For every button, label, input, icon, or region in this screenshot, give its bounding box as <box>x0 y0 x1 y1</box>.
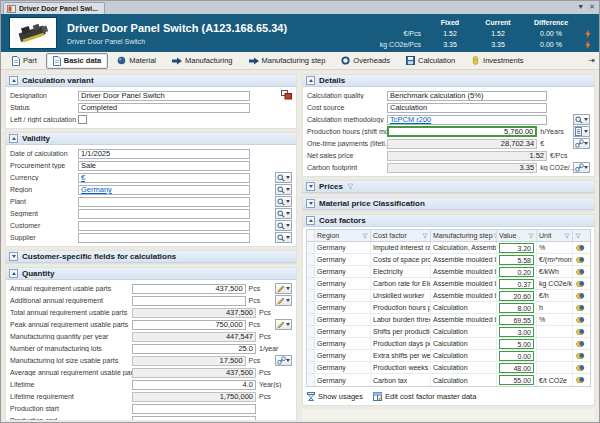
table-row[interactable]: GermanyProduction days perCalculation5.0… <box>307 338 590 350</box>
toolbar-overflow-icon[interactable]: ⇥ <box>588 56 595 65</box>
usage-icon[interactable] <box>576 280 586 288</box>
additional-requirement-input[interactable] <box>132 296 246 306</box>
pin-icon[interactable]: ▼ <box>577 2 584 12</box>
table-row[interactable]: GermanyCarbon rate for ElectriAssemble m… <box>307 278 590 290</box>
plant-lookup-button[interactable] <box>275 196 292 207</box>
tab-manufacturing-step[interactable]: Manufacturing step <box>242 53 333 68</box>
table-row[interactable]: GermanyProduction hours perCalculation8.… <box>307 302 590 314</box>
segment-lookup-button[interactable] <box>275 208 292 219</box>
translations-icon[interactable] <box>281 90 292 102</box>
table-row[interactable]: GermanyCosts of space produAssemble moul… <box>307 254 590 266</box>
carbon-footprint-link-button[interactable] <box>573 162 590 173</box>
show-usages-button[interactable]: Show usages <box>307 392 363 401</box>
usage-icon[interactable] <box>576 328 586 336</box>
expand-icon[interactable] <box>9 252 18 261</box>
document-tab[interactable]: Driver Door Panel Swi... <box>3 2 105 14</box>
peak-requirement-edit-button[interactable] <box>275 319 292 330</box>
production-end-input[interactable] <box>132 416 256 421</box>
material-price-classification-header[interactable]: Material price Classification <box>303 198 594 210</box>
tab-material[interactable]: Material <box>110 53 163 68</box>
edit-cost-factor-master-data-button[interactable]: Edit cost factor master data <box>373 392 476 401</box>
usage-icon[interactable] <box>576 256 586 264</box>
customer-lookup-button[interactable] <box>275 220 292 231</box>
region-field[interactable]: Germany <box>78 185 250 195</box>
table-row[interactable]: GermanyUnskilled workerAssemble moulded … <box>307 290 590 302</box>
filter-icon[interactable] <box>575 233 581 239</box>
usage-icon[interactable] <box>576 340 586 348</box>
peak-annual-requirement-input[interactable] <box>132 320 246 330</box>
usage-icon[interactable] <box>576 292 586 300</box>
value-cell[interactable]: 3.20 <box>499 243 534 253</box>
currency-field[interactable]: € <box>78 173 250 183</box>
tab-overheads[interactable]: Overheads <box>334 53 397 68</box>
manufacturing-lots-input[interactable] <box>132 344 256 354</box>
customer-input[interactable] <box>78 221 250 231</box>
filter-icon[interactable] <box>347 183 354 190</box>
tab-basic-data[interactable]: Basic data <box>46 53 109 69</box>
value-cell[interactable]: 0.37 <box>499 279 534 289</box>
value-cell[interactable]: 55.00 <box>499 375 534 385</box>
collapse-icon[interactable] <box>306 76 315 85</box>
currency-link[interactable]: € <box>81 173 85 182</box>
table-row[interactable]: GermanyElectricityAssemble moulded lead … <box>307 266 590 278</box>
filter-icon[interactable] <box>362 233 368 239</box>
collapse-icon[interactable] <box>306 216 315 225</box>
usage-icon[interactable] <box>576 352 586 360</box>
usage-icon[interactable] <box>576 316 586 324</box>
tab-part[interactable]: Part <box>5 53 44 69</box>
value-cell[interactable]: 5.58 <box>499 255 534 265</box>
supplier-input[interactable] <box>78 233 250 243</box>
calculation-variant-header[interactable]: Calculation variant <box>6 75 296 87</box>
date-of-calculation-input[interactable] <box>78 149 250 159</box>
close-icon[interactable]: ✕ <box>589 2 595 12</box>
table-row[interactable]: GermanyProduction weeks perCalculation48… <box>307 362 590 374</box>
value-cell[interactable]: 8.00 <box>499 303 534 313</box>
validity-header[interactable]: Validity <box>6 133 296 145</box>
calculation-quality-input[interactable] <box>387 91 547 101</box>
currency-lookup-button[interactable] <box>275 172 292 183</box>
collapse-icon[interactable] <box>9 134 18 143</box>
collapse-icon[interactable] <box>9 269 18 278</box>
annual-requirement-edit-button[interactable] <box>275 283 292 294</box>
usage-icon[interactable] <box>576 304 586 312</box>
usage-icon[interactable] <box>576 376 586 384</box>
expand-icon[interactable] <box>306 182 315 191</box>
table-row[interactable]: GermanyImputed interest rateCalculation,… <box>307 242 590 254</box>
cost-factors-header[interactable]: Cost factors <box>303 215 594 227</box>
value-cell[interactable]: 0.00 <box>499 351 534 361</box>
filter-icon[interactable] <box>528 233 534 239</box>
segment-input[interactable] <box>78 209 250 219</box>
usage-icon[interactable] <box>576 364 586 372</box>
value-cell[interactable]: 48.00 <box>499 363 534 373</box>
production-hours-detail-button[interactable] <box>573 126 590 137</box>
filter-icon[interactable] <box>564 233 570 239</box>
prices-header[interactable]: Prices <box>303 181 594 193</box>
left-right-calculation-checkbox[interactable] <box>78 115 87 124</box>
annual-requirement-input[interactable] <box>132 284 246 294</box>
production-start-input[interactable] <box>132 404 256 414</box>
additional-requirement-edit-button[interactable] <box>275 295 292 306</box>
one-time-payments-link-button[interactable] <box>573 138 590 149</box>
table-row[interactable]: GermanyExtra shifts per weekCalculation0… <box>307 350 590 362</box>
usage-icon[interactable] <box>576 268 586 276</box>
plant-input[interactable] <box>78 197 250 207</box>
value-cell[interactable]: 5.00 <box>499 339 534 349</box>
filter-icon[interactable] <box>422 233 428 239</box>
customer-fields-header[interactable]: Customer-specific fields for calculation… <box>6 251 296 263</box>
value-cell[interactable]: 69.55 <box>499 315 534 325</box>
procurement-type-input[interactable] <box>78 161 250 171</box>
lifetime-input[interactable] <box>132 380 256 390</box>
value-cell[interactable]: 3.00 <box>499 327 534 337</box>
value-cell[interactable]: 20.60 <box>499 291 534 301</box>
lot-size-link-button[interactable] <box>275 355 292 366</box>
usage-icon[interactable] <box>576 244 586 252</box>
tab-manufacturing[interactable]: Manufacturing <box>165 53 240 68</box>
expand-icon[interactable] <box>306 199 315 208</box>
cost-source-input[interactable] <box>387 103 547 113</box>
collapse-icon[interactable] <box>9 76 18 85</box>
methodology-lookup-button[interactable] <box>573 114 590 125</box>
table-row[interactable]: GermanyShifts per productionCalculation3… <box>307 326 590 338</box>
tab-calculation[interactable]: Calculation <box>399 53 462 68</box>
calculation-methodology-field[interactable]: TcPCM r200 <box>387 115 547 125</box>
table-row[interactable]: GermanyCarbon taxCalculation55.00€/t CO2… <box>307 374 590 386</box>
